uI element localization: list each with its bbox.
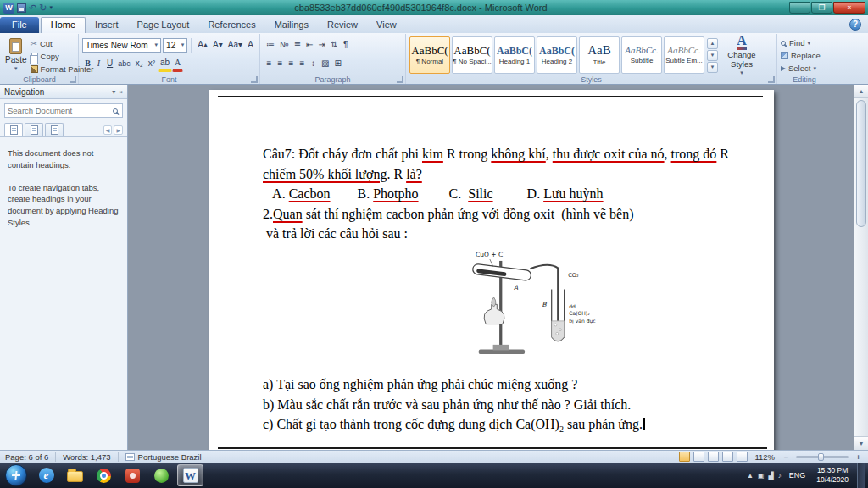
gallery-scroll-down-icon[interactable]: ▼ bbox=[707, 50, 718, 61]
tab-insert[interactable]: Insert bbox=[86, 17, 128, 33]
chrome-icon[interactable] bbox=[91, 464, 117, 486]
clear-formatting-icon[interactable]: A bbox=[245, 37, 256, 53]
tab-home[interactable]: Home bbox=[41, 17, 86, 33]
pane-options-icon[interactable]: ▾ bbox=[112, 88, 115, 96]
superscript-icon[interactable]: x² bbox=[146, 56, 158, 71]
scrollbar-thumb[interactable] bbox=[856, 100, 866, 227]
document-content[interactable]: Câu7: Đốt cháy đơn chất phi kim R trong … bbox=[263, 144, 760, 449]
outline-view-icon[interactable] bbox=[722, 452, 733, 462]
select-button[interactable]: Select ▾ bbox=[781, 63, 828, 74]
start-button[interactable] bbox=[5, 464, 27, 486]
close-button[interactable]: × bbox=[833, 2, 865, 14]
zoom-level[interactable]: 112% bbox=[751, 452, 778, 462]
numbering-icon[interactable]: № bbox=[277, 37, 292, 53]
internet-explorer-icon[interactable]: e bbox=[33, 464, 59, 486]
pilcrow-icon[interactable]: ¶ bbox=[340, 37, 351, 53]
find-button[interactable]: Find ▾ bbox=[781, 37, 828, 48]
language-indicator[interactable]: Portuguese Brazil bbox=[125, 452, 209, 462]
tab-mailings[interactable]: Mailings bbox=[265, 17, 318, 33]
subscript-icon[interactable]: x₂ bbox=[133, 56, 146, 71]
save-icon[interactable] bbox=[17, 3, 26, 13]
font-color-icon[interactable]: A bbox=[172, 55, 183, 72]
gallery-more-icon[interactable]: ▼ bbox=[707, 62, 718, 73]
vertical-scrollbar[interactable]: ▲ ▼ bbox=[854, 85, 868, 450]
multilevel-list-icon[interactable]: ≣ bbox=[292, 37, 303, 53]
word-count[interactable]: Words: 1,473 bbox=[63, 452, 118, 462]
change-styles-button[interactable]: A Change Styles ▾ bbox=[721, 34, 763, 76]
minimize-button[interactable]: — bbox=[789, 2, 810, 14]
app-green-icon[interactable] bbox=[148, 464, 175, 486]
search-go-button[interactable] bbox=[108, 104, 122, 117]
clipboard-dialog-launcher-icon[interactable] bbox=[70, 76, 76, 83]
increase-indent-icon[interactable]: ⇥ bbox=[316, 37, 328, 53]
style-heading-2[interactable]: AaBbC(Heading 2 bbox=[537, 36, 577, 74]
shrink-font-icon[interactable]: A▾ bbox=[210, 37, 225, 53]
browse-headings-tab[interactable] bbox=[4, 123, 23, 136]
help-icon[interactable]: ? bbox=[849, 19, 861, 30]
full-screen-reading-view-icon[interactable] bbox=[693, 452, 704, 462]
word-app-icon[interactable]: W bbox=[3, 3, 14, 14]
shading-icon[interactable]: ▨ bbox=[319, 56, 331, 71]
search-input[interactable] bbox=[5, 106, 108, 115]
browse-pages-tab[interactable] bbox=[25, 123, 43, 136]
style-normal[interactable]: AaBbC(¶ Normal bbox=[409, 36, 450, 74]
align-left-icon[interactable]: ≡ bbox=[264, 56, 275, 71]
maximize-button[interactable]: ❐ bbox=[811, 2, 832, 14]
sort-icon[interactable]: ⇅ bbox=[328, 37, 340, 53]
paste-button[interactable]: Paste ▾ bbox=[4, 36, 28, 75]
align-right-icon[interactable]: ≡ bbox=[286, 56, 297, 71]
bullets-icon[interactable]: ≔ bbox=[264, 37, 277, 53]
next-result-icon[interactable]: ▶ bbox=[114, 125, 123, 135]
tab-references[interactable]: References bbox=[198, 17, 264, 33]
zoom-out-icon[interactable]: − bbox=[782, 452, 791, 462]
browse-results-tab[interactable] bbox=[45, 123, 64, 136]
font-size-select[interactable]: 12 ▾ bbox=[163, 38, 187, 53]
tab-file[interactable]: File bbox=[0, 17, 39, 33]
tab-view[interactable]: View bbox=[367, 17, 406, 33]
gallery-scroll-up-icon[interactable]: ▲ bbox=[707, 38, 718, 49]
scroll-up-icon[interactable]: ▲ bbox=[854, 85, 868, 98]
underline-icon[interactable]: U bbox=[104, 56, 115, 71]
italic-icon[interactable]: I bbox=[93, 56, 104, 71]
replace-button[interactable]: Replace bbox=[781, 50, 828, 61]
style-subtle-emphasis[interactable]: AaBbCc.Subtle Em... bbox=[664, 36, 704, 74]
taskbar-clock[interactable]: 15:30 PM 10/4/2020 bbox=[813, 466, 852, 485]
network-icon[interactable]: ▟ bbox=[769, 472, 774, 480]
borders-icon[interactable]: ⊞ bbox=[331, 56, 343, 71]
print-layout-view-icon[interactable] bbox=[679, 452, 690, 462]
zoom-in-icon[interactable]: + bbox=[854, 452, 863, 462]
undo-icon[interactable]: ↶ bbox=[29, 3, 36, 13]
language-switcher[interactable]: ENG bbox=[787, 470, 809, 480]
web-layout-view-icon[interactable] bbox=[708, 452, 719, 462]
align-center-icon[interactable]: ≡ bbox=[275, 56, 286, 71]
zoom-slider[interactable] bbox=[796, 456, 849, 458]
paragraph-dialog-launcher-icon[interactable] bbox=[397, 76, 403, 83]
volume-icon[interactable]: ♪ bbox=[778, 472, 782, 480]
close-pane-icon[interactable]: × bbox=[119, 88, 123, 96]
strikethrough-icon[interactable]: abc bbox=[115, 56, 133, 71]
decrease-indent-icon[interactable]: ⇤ bbox=[303, 37, 315, 53]
line-spacing-icon[interactable]: ↕ bbox=[308, 56, 319, 71]
zoom-slider-thumb[interactable] bbox=[818, 453, 824, 461]
previous-result-icon[interactable]: ◀ bbox=[103, 125, 113, 135]
page-indicator[interactable]: Page: 6 of 6 bbox=[5, 452, 56, 462]
explorer-folder-icon[interactable] bbox=[62, 464, 88, 486]
draft-view-icon[interactable] bbox=[737, 452, 748, 462]
show-desktop-button[interactable] bbox=[857, 463, 865, 488]
redo-icon[interactable]: ↻ bbox=[39, 3, 47, 13]
action-center-icon[interactable]: ▣ bbox=[758, 472, 765, 480]
style-heading-1[interactable]: AaBbC(Heading 1 bbox=[494, 36, 535, 74]
change-case-icon[interactable]: Aa▾ bbox=[225, 37, 245, 53]
show-hidden-icons-icon[interactable]: ▲ bbox=[747, 472, 754, 480]
word-taskbar-icon[interactable]: W bbox=[177, 464, 203, 486]
justify-icon[interactable]: ≡ bbox=[297, 56, 308, 71]
tab-review[interactable]: Review bbox=[318, 17, 367, 33]
media-player-icon[interactable] bbox=[120, 464, 146, 486]
text-highlight-icon[interactable]: ab bbox=[158, 55, 172, 72]
style-title[interactable]: AaBTitle bbox=[579, 36, 620, 74]
document-page[interactable]: Câu7: Đốt cháy đơn chất phi kim R trong … bbox=[209, 90, 774, 450]
grow-font-icon[interactable]: A▴ bbox=[195, 37, 210, 53]
style-no-spacing[interactable]: AaBbC(¶ No Spaci... bbox=[452, 36, 492, 74]
styles-dialog-launcher-icon[interactable] bbox=[768, 76, 775, 83]
scroll-down-icon[interactable]: ▼ bbox=[854, 436, 868, 450]
